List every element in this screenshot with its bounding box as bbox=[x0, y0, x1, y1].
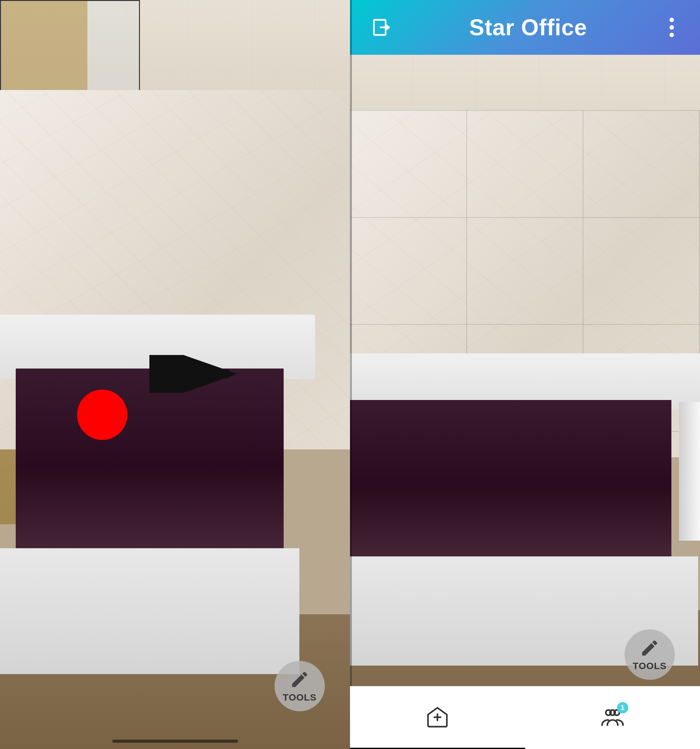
dot-1 bbox=[669, 18, 674, 22]
panel-divider bbox=[350, 0, 352, 749]
pencil-icon-right bbox=[640, 638, 660, 658]
annotation-red-dot[interactable] bbox=[77, 390, 127, 440]
left-photo-panel: TOOLS bbox=[0, 0, 350, 749]
desk-corner-accent bbox=[679, 402, 700, 541]
dot-2 bbox=[669, 25, 674, 30]
annotation-arrow bbox=[147, 355, 241, 394]
right-photo-panel: TOOLS bbox=[350, 55, 700, 749]
tab-team[interactable]: 1 bbox=[525, 686, 700, 749]
desk-front-left bbox=[16, 368, 283, 566]
more-options-button[interactable] bbox=[662, 15, 681, 40]
bottom-tab-bar: 1 bbox=[350, 686, 700, 749]
team-icon-container: 1 bbox=[598, 704, 627, 732]
add-photo-icon-container bbox=[423, 703, 451, 731]
svg-point-7 bbox=[610, 710, 615, 715]
team-badge: 1 bbox=[617, 702, 628, 714]
tab-add-photo[interactable] bbox=[350, 686, 525, 749]
tools-button-right[interactable]: TOOLS bbox=[625, 630, 675, 680]
left-office-scene bbox=[0, 0, 350, 749]
add-photo-icon bbox=[425, 705, 450, 730]
desk-base-left bbox=[0, 548, 299, 674]
home-indicator-left[interactable] bbox=[112, 740, 238, 743]
app-header: Star Office bbox=[350, 0, 700, 55]
pencil-icon-left bbox=[290, 670, 310, 689]
back-button[interactable] bbox=[369, 15, 394, 40]
tools-button-left[interactable]: TOOLS bbox=[275, 661, 325, 711]
desk-front-right bbox=[350, 400, 671, 572]
tools-label-left: TOOLS bbox=[283, 692, 317, 703]
dot-3 bbox=[669, 33, 674, 37]
tools-label-right: TOOLS bbox=[633, 660, 666, 671]
app-title: Star Office bbox=[469, 14, 587, 40]
reception-desk-right bbox=[350, 353, 700, 666]
